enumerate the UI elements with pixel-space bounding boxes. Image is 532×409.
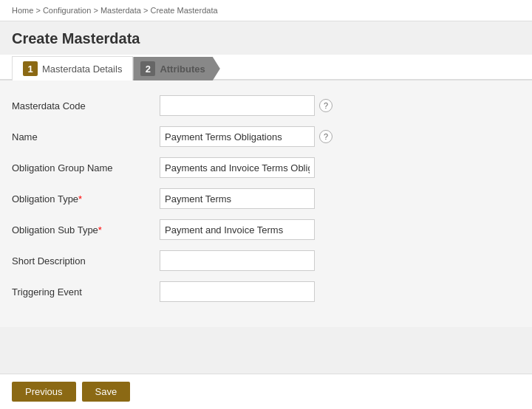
field-masterdata-code: Masterdata Code ? xyxy=(12,95,520,116)
field-obligation-group-name: Obligation Group Name xyxy=(12,157,520,178)
label-obligation-sub-type: Obligation Sub Type* xyxy=(12,224,160,236)
save-button[interactable]: Save xyxy=(82,382,131,402)
breadcrumb: Home > Configuration > Masterdata > Crea… xyxy=(12,6,520,15)
tab2-label: Attributes xyxy=(160,63,205,75)
previous-button[interactable]: Previous xyxy=(12,382,76,402)
tabs-container: 1 Masterdata Details 2 Attributes xyxy=(0,55,532,80)
tab-attributes[interactable]: 2 Attributes xyxy=(133,57,219,80)
input-obligation-type[interactable] xyxy=(160,188,315,209)
label-name: Name xyxy=(12,131,160,142)
field-obligation-type: Obligation Type* xyxy=(12,188,520,209)
page-title: Create Masterdata xyxy=(12,30,520,47)
input-masterdata-code[interactable] xyxy=(160,95,315,116)
tab2-number: 2 xyxy=(140,61,155,76)
input-name[interactable] xyxy=(160,126,315,147)
input-triggering-event[interactable] xyxy=(160,281,315,302)
help-icon-name[interactable]: ? xyxy=(319,130,332,143)
tab1-label: Masterdata Details xyxy=(42,63,122,75)
label-short-description: Short Description xyxy=(12,255,160,267)
input-short-description[interactable] xyxy=(160,250,315,271)
field-obligation-sub-type: Obligation Sub Type* xyxy=(12,219,520,240)
label-masterdata-code: Masterdata Code xyxy=(12,100,160,111)
input-obligation-group-name[interactable] xyxy=(160,157,315,178)
label-obligation-group-name: Obligation Group Name xyxy=(12,162,160,173)
input-obligation-sub-type[interactable] xyxy=(160,219,315,240)
help-icon-masterdata-code[interactable]: ? xyxy=(319,99,332,112)
tab-masterdata-details[interactable]: 1 Masterdata Details xyxy=(12,56,133,80)
label-obligation-type: Obligation Type* xyxy=(12,193,160,205)
field-name: Name ? xyxy=(12,126,520,147)
field-short-description: Short Description xyxy=(12,250,520,271)
form-area: Masterdata Code ? Name ? Obligation Grou… xyxy=(0,80,532,327)
footer-bar: Previous Save xyxy=(0,374,532,409)
field-triggering-event: Triggering Event xyxy=(12,281,520,302)
tab1-number: 1 xyxy=(23,61,38,76)
label-triggering-event: Triggering Event xyxy=(12,286,160,298)
